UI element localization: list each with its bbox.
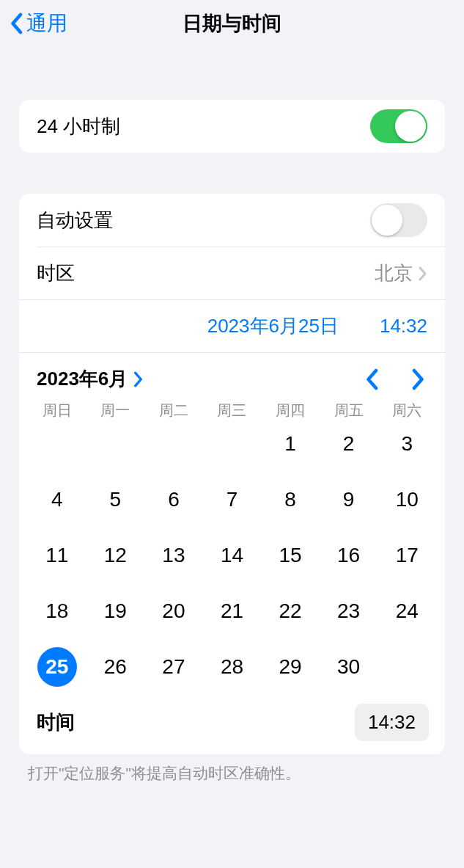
value-timezone: 北京 — [375, 260, 413, 286]
day-cell[interactable]: 9 — [320, 479, 378, 520]
toggle-auto-set[interactable] — [370, 203, 427, 237]
toggle-24hr[interactable] — [370, 109, 427, 143]
day-cell[interactable]: 23 — [320, 591, 378, 632]
day-cell[interactable]: 11 — [28, 535, 86, 576]
day-empty — [203, 423, 262, 464]
nav-bar: 通用 日期与时间 — [0, 0, 464, 50]
footer-note: 打开"定位服务"将提高自动时区准确性。 — [28, 763, 436, 784]
day-cell[interactable]: 3 — [378, 423, 436, 464]
chevron-left-icon — [9, 12, 23, 34]
row-timezone[interactable]: 时区 北京 — [37, 247, 445, 299]
day-cell[interactable]: 25 — [28, 646, 86, 688]
day-cell[interactable]: 6 — [144, 479, 203, 520]
prev-month-button[interactable] — [364, 368, 379, 390]
month-selector[interactable]: 2023年6月 — [37, 366, 144, 392]
day-cell[interactable]: 28 — [203, 646, 262, 688]
weekday-label: 周四 — [261, 401, 320, 420]
row-auto-set: 自动设置 — [19, 194, 445, 247]
time-label: 时间 — [37, 710, 75, 735]
row-date-time-summary: 2023年6月25日 14:32 — [19, 299, 445, 352]
row-24hr: 24 小时制 — [19, 100, 445, 153]
calendar-header: 2023年6月 — [19, 352, 445, 398]
day-cell[interactable]: 10 — [378, 479, 436, 520]
date-button[interactable]: 2023年6月25日 — [207, 313, 339, 339]
weekday-label: 周五 — [320, 401, 378, 420]
day-cell[interactable]: 1 — [261, 423, 320, 464]
label-timezone: 时区 — [37, 260, 75, 286]
label-24hr: 24 小时制 — [37, 114, 120, 139]
chevron-right-icon — [419, 266, 427, 281]
chevron-right-icon — [133, 371, 144, 387]
page-title: 日期与时间 — [0, 10, 464, 37]
label-auto-set: 自动设置 — [37, 208, 113, 233]
day-cell[interactable]: 7 — [203, 479, 262, 520]
calendar-grid: 1234567891011121314151617181920212223242… — [19, 423, 445, 693]
day-empty — [86, 423, 145, 464]
time-picker-button[interactable]: 14:32 — [355, 704, 429, 741]
month-nav-arrows — [364, 368, 426, 390]
weekday-label: 周三 — [203, 401, 262, 420]
day-cell[interactable]: 19 — [86, 591, 145, 632]
next-month-button[interactable] — [411, 368, 426, 390]
row-time-picker: 时间 14:32 — [19, 693, 445, 754]
section-24hr: 24 小时制 — [19, 100, 445, 153]
weekday-label: 周六 — [378, 401, 436, 420]
month-label: 2023年6月 — [37, 366, 128, 392]
day-cell[interactable]: 18 — [28, 591, 86, 632]
time-button[interactable]: 14:32 — [380, 315, 427, 338]
day-cell[interactable]: 29 — [261, 646, 320, 688]
day-cell[interactable]: 21 — [203, 591, 262, 632]
weekday-header: 周日周一周二周三周四周五周六 — [19, 398, 445, 423]
day-cell[interactable]: 2 — [320, 423, 378, 464]
day-cell[interactable]: 5 — [86, 479, 145, 520]
weekday-label: 周一 — [86, 401, 145, 420]
day-empty — [144, 423, 203, 464]
day-cell[interactable]: 12 — [86, 535, 145, 576]
weekday-label: 周日 — [28, 401, 86, 420]
day-cell[interactable]: 26 — [86, 646, 145, 688]
day-cell[interactable]: 13 — [144, 535, 203, 576]
day-empty — [28, 423, 86, 464]
day-cell[interactable]: 15 — [261, 535, 320, 576]
day-cell[interactable]: 16 — [320, 535, 378, 576]
day-cell[interactable]: 27 — [144, 646, 203, 688]
day-cell[interactable]: 20 — [144, 591, 203, 632]
day-cell[interactable]: 4 — [28, 479, 86, 520]
day-cell[interactable]: 8 — [261, 479, 320, 520]
weekday-label: 周二 — [144, 401, 203, 420]
day-cell[interactable]: 17 — [378, 535, 436, 576]
day-cell[interactable]: 14 — [203, 535, 262, 576]
day-cell[interactable]: 22 — [261, 591, 320, 632]
day-cell[interactable]: 24 — [378, 591, 436, 632]
back-label: 通用 — [26, 10, 67, 37]
day-cell[interactable]: 30 — [320, 646, 378, 688]
back-button[interactable]: 通用 — [9, 10, 67, 37]
section-datetime: 自动设置 时区 北京 2023年6月25日 14:32 2023年6月 — [19, 194, 445, 754]
